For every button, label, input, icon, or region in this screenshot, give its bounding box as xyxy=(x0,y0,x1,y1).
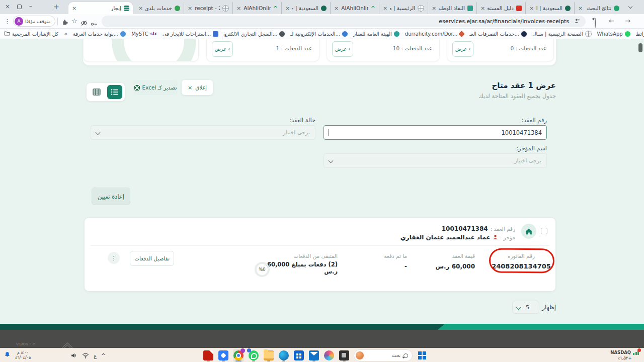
taskbar-start-button[interactable] xyxy=(417,349,428,362)
taskbar-file-explorer[interactable] xyxy=(263,349,274,362)
wifi-icon[interactable] xyxy=(82,351,89,360)
tab-close-icon[interactable]: × xyxy=(188,6,192,11)
language-indicator[interactable]: ع xyxy=(94,353,97,358)
taskbar-copilot[interactable] xyxy=(324,349,335,362)
browser-tab[interactable]: ×AlAhliOnline^ xyxy=(330,2,379,14)
tab-close-icon[interactable]: × xyxy=(236,6,241,11)
browser-tab[interactable]: ×الرئيسية | منصة بلـ xyxy=(379,2,428,14)
browser-tab[interactable]: ×AlAhliOnline^ xyxy=(232,2,281,14)
bookmark-favicon xyxy=(120,31,126,37)
whatsapp-icon xyxy=(625,31,630,37)
tab-search-chevron-icon[interactable] xyxy=(628,5,632,9)
bookmark-favicon xyxy=(458,31,465,37)
lessor-name-label: اسم المؤجر: xyxy=(516,145,547,152)
tab-close-icon[interactable]: × xyxy=(480,6,485,11)
eye-off-extension-icon[interactable] xyxy=(80,19,88,28)
bookmark-item[interactable]: WhatsApp xyxy=(597,31,630,37)
row-checkbox[interactable] xyxy=(541,228,547,234)
scrollbar-thumb[interactable] xyxy=(638,43,642,52)
chevron-down-icon xyxy=(329,158,334,163)
forward-icon[interactable]: → xyxy=(625,18,630,24)
tab-close-icon[interactable]: × xyxy=(578,6,583,11)
taskbar-task-view[interactable] xyxy=(339,349,350,362)
taskbar-adobe-pdf[interactable] xyxy=(203,349,214,362)
all-bookmarks-button[interactable]: كل الإشارات المرجعية xyxy=(4,31,58,37)
browser-tab[interactable]: ×السعودية | الـ xyxy=(525,2,574,14)
tab-close-icon[interactable]: × xyxy=(529,6,534,11)
contract-number-input[interactable]: 10010471384 xyxy=(324,125,547,140)
bookmark-item[interactable]: الهيئة العامة للعقار xyxy=(353,31,399,37)
bookmark-item[interactable]: durrahcity.com/Dor... xyxy=(405,31,464,37)
site-permissions-icon[interactable] xyxy=(574,17,581,26)
lessor-name-select[interactable]: يرجى اختيار xyxy=(324,153,547,168)
tab-close-icon[interactable]: × xyxy=(72,6,76,11)
browser-tab[interactable]: ×دليل المستخدم- تـ xyxy=(476,2,525,14)
new-tab-button[interactable]: + xyxy=(53,3,59,10)
bookmark-star-icon[interactable]: ☆ xyxy=(71,18,77,24)
bookmark-item[interactable]: السجل التجاري الالكترو... xyxy=(224,31,285,37)
browser-tab[interactable]: ×النفاذ الوطني المو xyxy=(428,2,476,14)
bookmark-item[interactable]: الخدمات الإلكترونية لـ... xyxy=(290,31,348,37)
taskbar-mail[interactable] xyxy=(308,349,319,362)
close-filter-chip[interactable]: إغلاق × xyxy=(182,80,213,95)
browser-tab[interactable]: ×السعودية | حجز الر xyxy=(281,2,330,14)
list-view-toggle[interactable] xyxy=(107,85,122,99)
key-password-icon[interactable] xyxy=(91,19,98,29)
back-icon[interactable]: ← xyxy=(609,18,614,24)
taskbar-photos[interactable] xyxy=(218,349,229,362)
bookmark-item[interactable]: خرائط Google xyxy=(636,30,644,37)
globe-favicon xyxy=(585,31,592,37)
close-icon[interactable]: × xyxy=(188,84,192,91)
profile-chip[interactable]: A متوقف مؤقتًا xyxy=(13,16,55,27)
tab-close-icon[interactable]: × xyxy=(285,6,290,11)
notification-bell-icon[interactable] xyxy=(4,351,11,360)
reload-icon[interactable] xyxy=(595,18,596,28)
search-results-favicon xyxy=(614,6,619,11)
row-menu-button[interactable]: ⋮ xyxy=(108,252,120,264)
bookmark-item[interactable]: خدمات التصرفات العـ... xyxy=(469,31,527,37)
excel-icon xyxy=(134,85,140,90)
extensions-puzzle-icon[interactable] xyxy=(61,18,68,28)
window-restore-button[interactable] xyxy=(17,5,22,9)
taskbar-chrome[interactable] xyxy=(233,349,244,362)
bookmark-item[interactable]: MySTCstc xyxy=(131,31,157,37)
browser-tab[interactable]: ×receipt - 2024-10- xyxy=(184,2,232,14)
browser-menu-icon[interactable]: ⋮ xyxy=(4,18,11,25)
remaining-column: المتبقى من الدفعات (2) دفعات بمبلغ 60,00… xyxy=(262,253,338,275)
tab-close-icon[interactable]: × xyxy=(334,6,339,11)
browser-tab-active[interactable]: × إيجار xyxy=(68,2,133,14)
tab-close-icon[interactable]: × xyxy=(432,6,436,11)
tab-close-icon[interactable]: × xyxy=(383,6,387,11)
url-text[interactable]: eservices.ejar.sa/ar/financials/invoices… xyxy=(439,18,569,25)
window-close-button[interactable]: × xyxy=(5,4,10,10)
screen: × – + × إيجار ×خدمات بلدي | منـ ×receipt… xyxy=(0,0,644,362)
clock[interactable]: ٨:٠٠ م ٤٦/٠٤/٠٥ xyxy=(15,350,31,361)
contract-status-select[interactable]: يرجى اختيار xyxy=(91,125,315,140)
tab-close-icon[interactable]: × xyxy=(138,6,143,11)
address-bar[interactable]: eservices.ejar.sa/ar/financials/invoices… xyxy=(102,16,586,27)
lessor-line: مؤجر : عماد عبدالحميد عثمان الغفاري xyxy=(400,232,515,242)
saudia-favicon xyxy=(321,6,327,11)
grid-view-toggle[interactable] xyxy=(89,85,104,99)
bookmarks-overflow-icon[interactable]: « xyxy=(64,31,67,37)
taskbar-whatsapp[interactable] xyxy=(248,349,259,362)
export-excel-button[interactable]: تصدير كـ Excel xyxy=(133,80,178,95)
bookmark-item[interactable]: استراحات للايجار في... xyxy=(163,31,218,37)
bookmark-favicon xyxy=(213,31,218,37)
reset-button[interactable]: إعادة تعيين xyxy=(92,188,130,205)
widgets-button[interactable]: NASDAQ +١٫٥٢٪ xyxy=(610,350,639,360)
bookmark-label: بوابة خدمات الغرفة... xyxy=(73,31,118,37)
bookmark-item[interactable]: الصفحة الرئيسية | سـال xyxy=(532,31,591,37)
taskbar-store[interactable] xyxy=(293,349,304,362)
window-minimize-button[interactable]: – xyxy=(29,3,32,9)
browser-tab[interactable]: ×خدمات بلدي | منـ xyxy=(135,2,184,14)
taskbar-edge[interactable] xyxy=(278,349,289,362)
speaker-icon[interactable] xyxy=(71,351,77,360)
payment-details-button[interactable]: تفاصيل الدفعات xyxy=(130,251,174,266)
page-size-select[interactable]: 5 xyxy=(512,301,539,314)
bookmark-item[interactable]: بوابة خدمات الغرفة... xyxy=(73,31,126,37)
red-annotation-circle xyxy=(489,248,554,274)
browser-tab[interactable]: ×نتائج البحث | إجراء xyxy=(574,2,623,14)
taskbar-search[interactable]: بحث xyxy=(354,349,413,361)
hidden-icons-chevron[interactable]: ^ xyxy=(101,353,105,358)
